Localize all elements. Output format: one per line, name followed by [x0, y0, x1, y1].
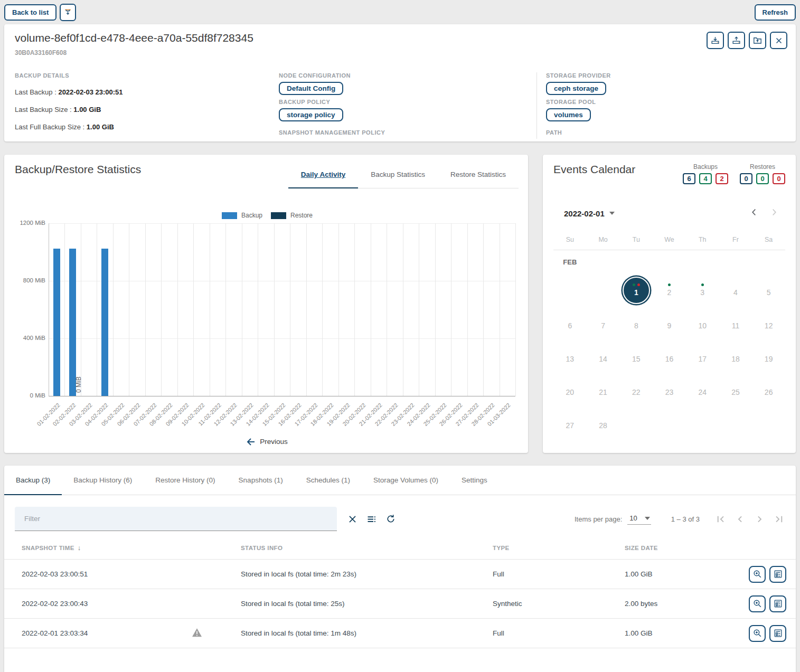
calendar-day-25[interactable]: 25 — [719, 373, 752, 406]
calendar-day-23[interactable]: 23 — [653, 373, 686, 406]
calendar-day-12[interactable]: 12 — [752, 307, 785, 340]
calendar-day-16[interactable]: 16 — [653, 340, 686, 373]
calendar-month-label: FEB — [553, 258, 587, 266]
column-status-info[interactable]: Status info — [241, 545, 493, 551]
backup-swatch — [222, 212, 237, 219]
calendar-grid: 1234567891011121314151617181920212223242… — [553, 273, 785, 440]
backup-report-button[interactable] — [769, 595, 786, 612]
calendar-day-21[interactable]: 21 — [587, 373, 620, 406]
backups-count-badge: 4 — [699, 173, 712, 184]
event-dot — [637, 283, 640, 286]
row-actions — [746, 625, 796, 642]
inspect-backup-button[interactable] — [749, 625, 766, 642]
calendar-date-dropdown[interactable]: 2022-02-01 — [564, 209, 615, 218]
calendar-prev-button[interactable] — [748, 206, 760, 220]
y-tick-label: 400 MiB — [23, 335, 45, 341]
backup-details-section: Backup details Last Backup : 2022-02-03 … — [15, 72, 279, 139]
calendar-day-3[interactable]: 3 — [686, 273, 719, 307]
calendar-day-13[interactable]: 13 — [553, 340, 587, 373]
refresh-button[interactable]: Refresh — [755, 4, 796, 21]
node-config-label: Node configuration — [279, 72, 537, 79]
delete-button[interactable] — [770, 32, 787, 49]
storage-pool-chip[interactable]: volumes — [546, 108, 591, 121]
inspect-backup-button[interactable] — [749, 595, 766, 612]
calendar-day-5[interactable]: 5 — [752, 273, 785, 307]
tab-backup-3-[interactable]: Backup (3) — [4, 466, 62, 495]
calendar-day-22[interactable]: 22 — [619, 373, 653, 406]
export-button[interactable] — [60, 4, 76, 21]
backup-report-button[interactable] — [769, 625, 786, 642]
node-config-chip[interactable]: Default Config — [279, 82, 343, 95]
calendar-day-24[interactable]: 24 — [686, 373, 719, 406]
calendar-day-14[interactable]: 14 — [587, 340, 620, 373]
first-page-button[interactable] — [714, 513, 727, 525]
calendar-day-8[interactable]: 8 — [619, 307, 653, 340]
chart-previous-button[interactable]: Previous — [15, 438, 520, 446]
calendar-next-button[interactable] — [768, 206, 780, 220]
tab-storage-volumes-0-[interactable]: Storage Volumes (0) — [362, 466, 450, 495]
stat-tab-backup-statistics[interactable]: Backup Statistics — [358, 163, 438, 188]
calendar-day-20[interactable]: 20 — [553, 373, 587, 406]
filter-field[interactable] — [15, 507, 337, 531]
column-type[interactable]: Type — [493, 545, 625, 551]
weekday-label: Th — [686, 236, 719, 243]
zero-value-label: 0 MiB — [75, 376, 82, 393]
stat-tab-restore-statistics[interactable]: Restore Statistics — [438, 163, 519, 188]
column-snapshot-time[interactable]: Snapshot time ↓ — [22, 544, 192, 552]
calendar-day-10[interactable]: 10 — [686, 307, 719, 340]
statistics-tabs: Daily ActivityBackup StatisticsRestore S… — [288, 163, 519, 188]
calendar-day-1[interactable]: 1 — [619, 273, 653, 307]
calendar-day-27[interactable]: 27 — [553, 406, 587, 440]
columns-menu-button[interactable] — [366, 514, 377, 525]
event-dot — [633, 283, 635, 286]
calendar-day-15[interactable]: 15 — [619, 340, 653, 373]
calendar-day-28[interactable]: 28 — [587, 406, 620, 440]
calendar-day-11[interactable]: 11 — [719, 307, 752, 340]
filter-input[interactable] — [23, 514, 328, 523]
backup-report-button[interactable] — [769, 566, 786, 583]
backup-policy-chip[interactable]: storage policy — [279, 108, 343, 121]
tab-settings[interactable]: Settings — [450, 466, 499, 495]
calendar-day-6[interactable]: 6 — [553, 307, 587, 340]
calendar-day-2[interactable]: 2 — [653, 273, 686, 307]
table-header: Snapshot time ↓ Status info Type Size da… — [4, 536, 796, 560]
next-page-button[interactable] — [754, 513, 766, 525]
tab-snapshots-1-[interactable]: Snapshots (1) — [227, 466, 295, 495]
stat-tab-daily-activity[interactable]: Daily Activity — [288, 163, 358, 188]
events-calendar-card: Events Calendar Backups 642 Restores 000… — [543, 155, 796, 453]
cell-status-info: Stored in local fs (total time: 1m 48s) — [241, 629, 493, 637]
reload-table-button[interactable] — [385, 514, 396, 524]
last-backup-row: Last Backup : 2022-02-03 23:00:51 — [15, 88, 279, 96]
storage-provider-chip[interactable]: ceph storage — [546, 82, 606, 95]
previous-page-button[interactable] — [734, 513, 746, 525]
calendar-day-19[interactable]: 19 — [752, 340, 785, 373]
cell-snapshot-time: 2022-02-03 23:00:51 — [22, 570, 192, 578]
column-size-date[interactable]: Size date — [625, 545, 746, 551]
calendar-day-26[interactable]: 26 — [752, 373, 785, 406]
table-row: 2022-02-02 23:00:43Stored in local fs (t… — [4, 589, 796, 619]
tab-restore-history-0-[interactable]: Restore History (0) — [144, 466, 227, 495]
items-per-page-select[interactable]: 10 — [627, 513, 651, 525]
event-dot — [668, 283, 671, 286]
restore-button[interactable] — [728, 32, 745, 49]
mount-button[interactable] — [749, 32, 766, 49]
backups-count-badge: 2 — [716, 173, 728, 184]
backup-now-button[interactable] — [707, 32, 724, 49]
calendar-day-7[interactable]: 7 — [587, 307, 620, 340]
back-to-list-button[interactable]: Back to list — [4, 4, 57, 21]
backup-policy-label: Backup policy — [279, 99, 537, 105]
inspect-backup-button[interactable] — [749, 566, 766, 583]
calendar-day-4[interactable]: 4 — [719, 273, 752, 307]
bar-chart: 0 MiB400 MiB800 MiB1200 MiB0 MiB — [49, 223, 515, 396]
table-body: 2022-02-03 23:00:51Stored in local fs (t… — [4, 560, 796, 648]
calendar-day-18[interactable]: 18 — [719, 340, 752, 373]
tab-schedules-1-[interactable]: Schedules (1) — [295, 466, 362, 495]
chart-x-axis-labels: 01-02-202202-02-202203-02-202204-02-2022… — [49, 396, 515, 430]
calendar-day-17[interactable]: 17 — [686, 340, 719, 373]
tab-backup-history-6-[interactable]: Backup History (6) — [62, 466, 144, 495]
clear-filter-button[interactable] — [347, 514, 357, 524]
last-page-button[interactable] — [773, 513, 785, 525]
restore-swatch — [271, 212, 286, 219]
storage-pool-label: Storage pool — [546, 99, 769, 105]
calendar-day-9[interactable]: 9 — [653, 307, 686, 340]
